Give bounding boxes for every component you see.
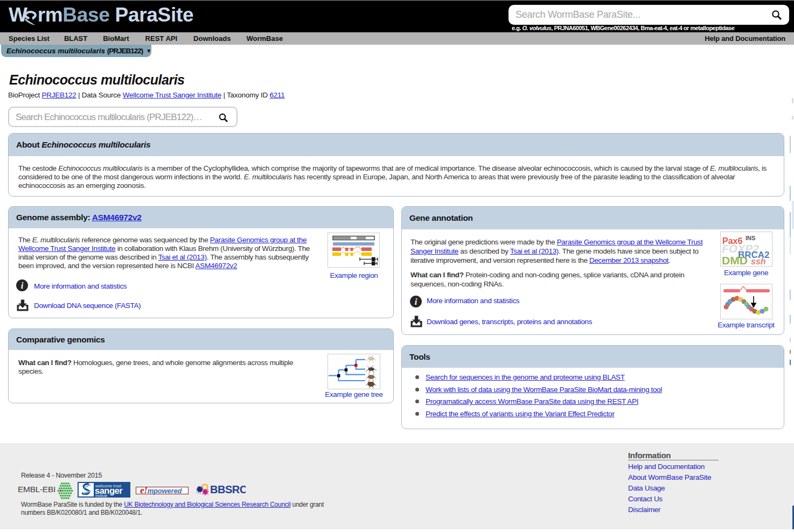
svg-text:BBSRC: BBSRC	[210, 484, 246, 495]
svg-text:i: i	[415, 297, 417, 307]
svg-text:institute: institute	[95, 494, 108, 498]
svg-text:i: i	[21, 281, 24, 291]
svg-text:ssh: ssh	[751, 257, 766, 266]
svg-text:DMD: DMD	[722, 254, 748, 266]
svg-text:INS: INS	[746, 235, 755, 241]
